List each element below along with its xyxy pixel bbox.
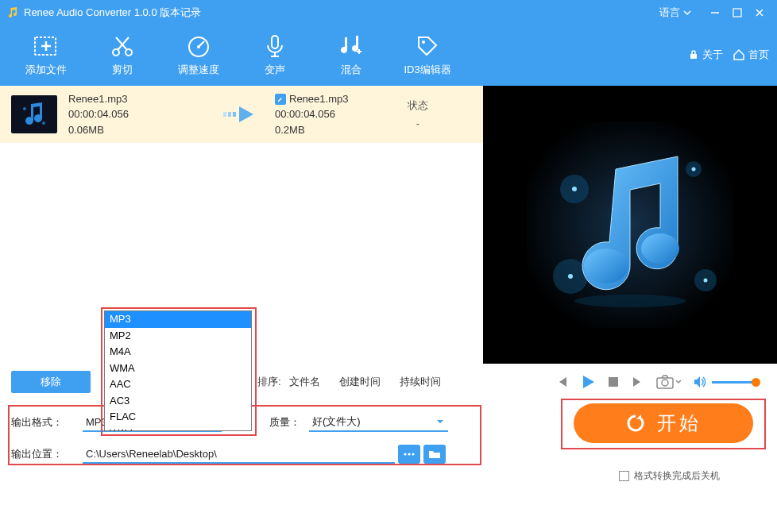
- file-thumbnail: [11, 95, 57, 133]
- speedometer-icon: [185, 33, 212, 60]
- tag-icon: [414, 33, 441, 60]
- format-option[interactable]: M4A: [105, 344, 251, 360]
- svg-rect-27: [609, 377, 618, 387]
- format-option[interactable]: MP2: [105, 328, 251, 345]
- shutdown-checkbox[interactable]: 格式转换完成后关机: [619, 469, 720, 483]
- format-option-list[interactable]: MP3MP2M4AWMAAACAC3FLACWAV: [105, 311, 251, 430]
- output-file-duration: 00:00:04.056: [275, 106, 394, 122]
- voice-label: 变声: [265, 63, 285, 77]
- format-option[interactable]: AAC: [105, 376, 251, 393]
- svg-point-29: [662, 380, 668, 386]
- sort-by-duration[interactable]: 持续时间: [400, 375, 441, 389]
- format-option[interactable]: AC3: [105, 393, 251, 410]
- format-option[interactable]: WAV: [105, 426, 251, 431]
- titlebar: Renee Audio Converter 1.0.0 版本记录 语言: [0, 0, 777, 25]
- start-area: 开始: [574, 403, 753, 443]
- svg-point-22: [568, 274, 573, 279]
- language-label: 语言: [659, 6, 680, 20]
- status-value: -: [394, 114, 442, 133]
- id3-label: ID3编辑器: [404, 63, 450, 77]
- home-icon: [733, 48, 745, 61]
- window-title: Renee Audio Converter 1.0.0 版本记录: [24, 6, 201, 20]
- input-file-size: 0.06MB: [68, 122, 211, 138]
- input-file-name: Renee1.mp3: [68, 91, 211, 107]
- next-button[interactable]: [631, 375, 645, 389]
- svg-rect-0: [733, 9, 741, 17]
- mix-label: 混合: [341, 63, 361, 77]
- svg-rect-11: [223, 112, 226, 117]
- minimize-button[interactable]: [704, 2, 726, 24]
- volume-slider[interactable]: [712, 381, 756, 384]
- maximize-button[interactable]: [726, 2, 748, 24]
- edit-icon[interactable]: [275, 94, 286, 105]
- volume-icon: [693, 375, 707, 389]
- scissors-icon: [109, 33, 136, 60]
- svg-rect-13: [233, 112, 236, 117]
- home-button[interactable]: 首页: [733, 48, 769, 62]
- svg-rect-8: [690, 54, 697, 59]
- status-header: 状态: [394, 96, 442, 114]
- snapshot-button[interactable]: [656, 375, 682, 389]
- status-column: 状态 -: [394, 96, 442, 133]
- speed-button[interactable]: 调整速度: [160, 33, 237, 77]
- microphone-icon: [261, 33, 288, 60]
- shutdown-label: 格式转换完成后关机: [634, 469, 720, 483]
- svg-point-21: [692, 168, 696, 172]
- prev-button[interactable]: [555, 375, 569, 389]
- preview-panel: [483, 86, 777, 364]
- output-file-size: 0.2MB: [275, 122, 394, 138]
- id3-editor-button[interactable]: ID3编辑器: [389, 33, 466, 77]
- svg-point-7: [422, 40, 425, 44]
- add-file-button[interactable]: 添加文件: [8, 33, 84, 77]
- svg-point-26: [574, 295, 686, 307]
- svg-point-5: [197, 45, 200, 48]
- sort-by-name[interactable]: 文件名: [289, 375, 320, 389]
- checkbox-icon: [619, 471, 629, 481]
- chevron-down-icon: [675, 379, 682, 385]
- svg-point-24: [584, 249, 628, 283]
- app-logo-icon: [6, 6, 19, 19]
- svg-point-20: [572, 187, 577, 191]
- close-button[interactable]: [748, 2, 771, 24]
- about-label: 关于: [702, 48, 723, 62]
- about-button[interactable]: 关于: [688, 48, 723, 62]
- volume-control[interactable]: [693, 375, 756, 389]
- trim-button[interactable]: 剪切: [84, 33, 160, 77]
- speed-label: 调整速度: [178, 63, 219, 77]
- remove-button[interactable]: 移除: [11, 371, 91, 393]
- svg-point-9: [23, 107, 26, 110]
- sort-label: 排序:: [257, 375, 281, 389]
- language-menu[interactable]: 语言: [659, 6, 691, 20]
- input-file-info: Renee1.mp3 00:00:04.056 0.06MB: [68, 91, 211, 138]
- output-file-info: Renee1.mp3 00:00:04.056 0.2MB: [275, 91, 394, 138]
- convert-arrow-icon: [211, 105, 275, 124]
- input-file-duration: 00:00:04.056: [68, 106, 211, 122]
- trim-label: 剪切: [112, 63, 133, 77]
- output-file-name: Renee1.mp3: [289, 91, 348, 107]
- play-button[interactable]: [580, 374, 596, 390]
- preview-artwork-icon: [527, 121, 733, 328]
- highlight-annotation: [561, 399, 766, 449]
- home-label: 首页: [748, 48, 769, 62]
- format-dropdown-popup: MP3MP2M4AWMAAACAC3FLACWAV: [104, 310, 252, 431]
- format-option[interactable]: WMA: [105, 360, 251, 377]
- svg-point-10: [42, 121, 45, 125]
- toolbar: 添加文件 剪切 调整速度 变声 混合 ID3编辑器 关于 首页: [0, 25, 777, 86]
- file-row[interactable]: Renee1.mp3 00:00:04.056 0.06MB Renee1.mp…: [0, 86, 483, 143]
- voice-change-button[interactable]: 变声: [237, 33, 313, 77]
- add-file-icon: [33, 33, 60, 60]
- lock-icon: [688, 49, 699, 60]
- svg-rect-6: [272, 36, 278, 48]
- mix-button[interactable]: 混合: [313, 33, 389, 77]
- sort-by-created[interactable]: 创建时间: [339, 375, 381, 389]
- svg-point-25: [641, 233, 679, 264]
- add-file-label: 添加文件: [25, 63, 67, 77]
- svg-point-23: [704, 279, 708, 283]
- stop-button[interactable]: [607, 376, 620, 388]
- mix-icon: [338, 33, 365, 60]
- player-controls: [441, 374, 766, 390]
- format-option[interactable]: FLAC: [105, 409, 251, 426]
- chevron-down-icon: [683, 9, 691, 17]
- svg-rect-12: [228, 112, 231, 117]
- format-option[interactable]: MP3: [105, 311, 251, 328]
